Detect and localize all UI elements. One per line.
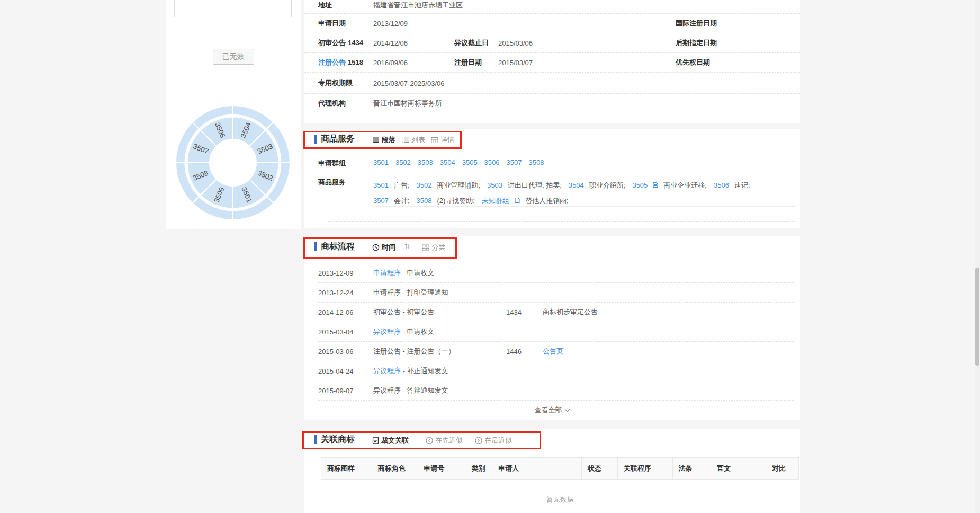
goods-group-link[interactable]: 3502: [417, 181, 432, 189]
section-accent-bar: [314, 435, 317, 444]
detail-row-exclusive-period: 专用权期限 2015/03/07-2025/03/06: [304, 73, 800, 94]
goods-services-label: 商品服务: [318, 178, 346, 187]
flow-description: 申请程序 - 打印受理通知: [373, 288, 448, 297]
agency-link[interactable]: 晋江市国材商标事务所: [373, 99, 442, 108]
flow-date: 2014-12-06: [318, 308, 354, 316]
tab-paragraph[interactable]: 段落: [372, 135, 395, 145]
apply-group-link-3507[interactable]: 3507: [507, 158, 522, 166]
detail-row-apply-date: 申请日期 2013/12/09 国际注册日期: [304, 14, 800, 33]
flow-description: 异议程序 - 申请收文: [373, 327, 435, 337]
related-trademarks-header: 关联商标 裁文关联 在先近似 在后近似: [304, 429, 800, 453]
address-label: 地址: [318, 1, 332, 10]
tab-category[interactable]: 分类: [422, 243, 445, 252]
flow-program-link[interactable]: 异议程序: [373, 367, 401, 375]
status-badge: 已无效: [213, 49, 254, 65]
flow-date: 2015-09-07: [318, 387, 354, 395]
tab-later-similar[interactable]: 在后近似: [475, 436, 512, 445]
goods-services-title: 商品服务: [321, 134, 355, 145]
table-header-10: 对比: [766, 458, 798, 479]
trademark-flow-card: 商标流程 时间 分类 2013-12-09申请程序 - 申请收文2013-12-…: [304, 236, 800, 420]
exclusive-period-label: 专用权期限: [318, 78, 353, 88]
goods-group-link[interactable]: 3505: [632, 181, 648, 189]
goods-group-link[interactable]: 3501: [373, 181, 389, 189]
tab-prior-similar[interactable]: 在先近似: [426, 436, 463, 445]
table-header-4: 类别: [465, 458, 492, 479]
flow-row: 2015-04-24异议程序 - 补正通知发文: [318, 361, 794, 381]
flow-description: 初审公告 - 初审公告: [373, 307, 435, 317]
goods-group-link[interactable]: 3503: [487, 181, 502, 189]
goods-line-1: 3501广告;3502商业管理辅助;3503进出口代理; 拍卖;3504职业介绍…: [373, 178, 797, 193]
goods-group-link[interactable]: 3507: [373, 197, 389, 205]
table-header-1: 商标图样: [321, 458, 372, 479]
flow-date: 2015-03-04: [318, 328, 354, 336]
apply-group-link-3504[interactable]: 3504: [440, 158, 455, 166]
apply-group-link-3502[interactable]: 3502: [395, 158, 411, 166]
flow-program-link[interactable]: 异议程序: [373, 328, 401, 335]
goods-text: 会计;: [394, 197, 410, 205]
flow-issue-number: 1434: [506, 308, 522, 316]
trademark-image-box: [174, 0, 292, 17]
goods-services-header: 商品服务 段落 列表 详情: [304, 129, 800, 152]
apply-date-label: 申请日期: [318, 19, 346, 28]
circle-left-icon: [426, 437, 433, 444]
flow-description: 注册公告 - 注册公告（一）: [373, 347, 455, 356]
view-all-button[interactable]: 查看全部: [304, 400, 800, 420]
class-group-donut-chart: 35043503350235013509350835073506: [175, 104, 291, 223]
chevron-down-icon: [564, 409, 570, 412]
related-trademarks-card: 关联商标 裁文关联 在先近似 在后近似 商标图样商标角色申请号类别申请人状态关联…: [304, 429, 800, 513]
column-divider: [671, 14, 671, 73]
flow-extra-text: 商标初步审定公告: [543, 307, 598, 317]
goods-group-link[interactable]: 3506: [714, 181, 729, 189]
table-header-row: 商标图样商标角色申请号类别申请人状态关联程序法条官文对比: [321, 457, 799, 480]
tab-list[interactable]: 列表: [402, 135, 425, 145]
detail-grid-icon: [431, 137, 438, 144]
category-icon: [422, 244, 429, 251]
paragraph-icon: [372, 137, 380, 144]
registration-publication-issue: 1518: [348, 58, 363, 66]
table-header-9: 官文: [711, 458, 766, 479]
apply-group-link-3506[interactable]: 3506: [484, 158, 500, 166]
registration-publication-link[interactable]: 注册公告: [318, 58, 346, 66]
sort-toggle-icon[interactable]: [404, 243, 410, 250]
table-header-8: 法条: [673, 458, 712, 479]
flow-rows: 2013-12-09申请程序 - 申请收文2013-12-24申请程序 - 打印…: [304, 263, 800, 401]
table-header-7: 关联程序: [618, 458, 673, 479]
tab-ruling-relation[interactable]: 裁文关联: [372, 436, 409, 445]
section-accent-bar: [314, 242, 317, 251]
flow-date: 2015-03-06: [318, 348, 354, 356]
flow-description: 异议程序 - 补正通知发文: [373, 366, 448, 376]
section-accent-bar: [314, 135, 317, 144]
flow-program: 注册公告: [373, 347, 401, 355]
flow-gazette-link[interactable]: 公告页: [543, 347, 563, 356]
table-header-2: 商标角色: [372, 458, 418, 479]
goods-group-link[interactable]: 3504: [569, 181, 584, 189]
registration-publication-value: 2016/09/06: [373, 59, 408, 67]
apply-group-link-3505[interactable]: 3505: [462, 158, 478, 166]
apply-group-link-3508[interactable]: 3508: [528, 158, 544, 166]
later-designation-label: 后期指定日期: [676, 38, 717, 48]
flow-row: 2015-09-07异议程序 - 答辩通知发文: [318, 381, 794, 401]
scrollbar-track[interactable]: [975, 0, 980, 513]
flow-row: 2014-12-06初审公告 - 初审公告1434商标初步审定公告: [318, 303, 794, 322]
apply-group-link-3503[interactable]: 3503: [418, 158, 433, 166]
scrollbar-thumb[interactable]: [975, 268, 979, 366]
content-divider: [328, 221, 796, 222]
clock-icon: [372, 244, 380, 251]
trademark-summary-panel: 已无效 35043503350235013509350835073506: [166, 0, 301, 229]
flow-program: 异议程序: [373, 386, 401, 394]
apply-group-link-3501[interactable]: 3501: [373, 158, 389, 166]
goods-text: 进出口代理; 拍卖;: [508, 181, 562, 189]
goods-group-link[interactable]: 3508: [417, 197, 432, 205]
apply-groups-row: 申请群组 35013502350335043505350635073508: [304, 154, 800, 172]
trademark-details-card: 地址 福建省晋江市池店赤塘工业区 申请日期 2013/12/09 国际注册日期 …: [304, 0, 800, 123]
flow-date: 2015-04-24: [318, 367, 354, 375]
flow-program: 申请程序: [373, 288, 401, 296]
apply-groups-label: 申请群组: [318, 158, 346, 168]
flow-program-link[interactable]: 申请程序: [373, 269, 401, 277]
detail-row-first-publication: 初审公告1434 2014/12/06 异议截止日 2015/03/06 后期指…: [304, 33, 800, 53]
document-icon: [372, 437, 379, 444]
goods-group-link[interactable]: 未知群组: [482, 197, 509, 205]
flow-date: 2013-12-09: [318, 269, 354, 277]
tab-time[interactable]: 时间: [372, 243, 395, 252]
tab-detail[interactable]: 详情: [431, 135, 454, 145]
